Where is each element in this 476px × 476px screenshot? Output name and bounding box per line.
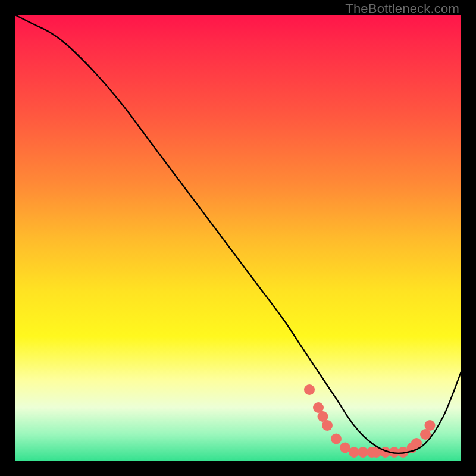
plot-area [15,15,461,461]
watermark-text: TheBottleneck.com [345,1,459,17]
marker-group [304,384,436,458]
marker-dot [425,420,436,431]
marker-dot [304,384,315,395]
marker-dot [331,434,342,444]
marker-dot [322,420,333,431]
chart-frame: TheBottleneck.com [0,0,476,476]
curve-layer [15,15,461,461]
bottleneck-curve [15,15,461,453]
